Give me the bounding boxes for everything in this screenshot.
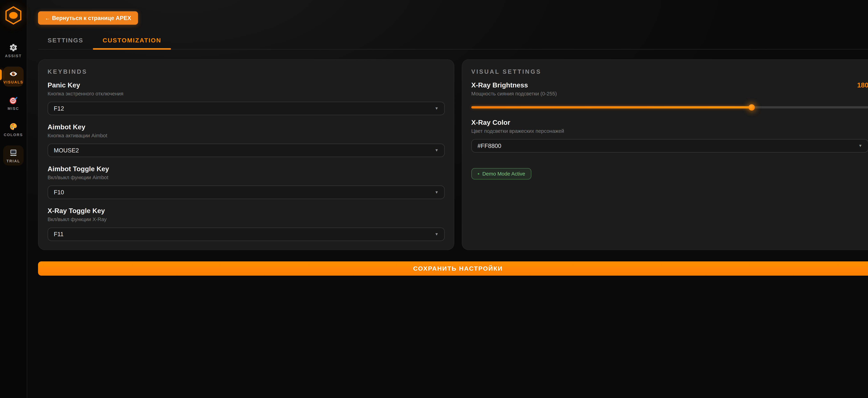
panic-key-field: Panic Key Кнопка экстренного отключения … xyxy=(48,81,445,115)
sidebar-item-label: VISUALS xyxy=(3,80,23,84)
sidebar: ASSIST VISUALS xyxy=(0,0,27,398)
demo-mode-badge-label: Demo Mode Active xyxy=(483,171,525,177)
field-label: X-Ray Color xyxy=(471,119,868,126)
hexagon-logo xyxy=(4,6,22,25)
field-label: X-Ray Toggle Key xyxy=(48,207,445,215)
eye-icon xyxy=(9,69,18,78)
tab-customization[interactable]: CUSTOMIZATION xyxy=(93,33,171,49)
active-nav-indicator xyxy=(0,69,2,80)
field-label: Aimbot Toggle Key xyxy=(48,165,445,173)
field-description: Цвет подсветки вражеских персонажей xyxy=(471,128,868,134)
palette-icon xyxy=(9,122,18,131)
sidebar-item-label: COLORS xyxy=(4,133,23,137)
visual-settings-panel-title: VISUAL SETTINGS xyxy=(471,68,868,75)
select-value: #FF8800 xyxy=(477,143,501,149)
field-description: Вкл/выкл функции X-Ray xyxy=(48,217,445,222)
aimbot-toggle-key-field: Aimbot Toggle Key Вкл/выкл функции Aimbo… xyxy=(48,165,445,199)
visual-settings-panel: VISUAL SETTINGS X-Ray Brightness 180 Мощ… xyxy=(462,59,868,250)
brightness-slider-fill xyxy=(471,106,752,109)
select-value: F10 xyxy=(54,189,64,196)
field-description: Кнопка экстренного отключения xyxy=(48,91,445,96)
chevron-down-icon: ▼ xyxy=(435,232,439,236)
chevron-down-icon: ▼ xyxy=(858,143,862,148)
sidebar-item-label: TRIAL xyxy=(6,159,20,163)
aimbot-key-select[interactable]: MOUSE2 ▼ xyxy=(48,144,445,157)
sidebar-item-visuals[interactable]: VISUALS xyxy=(3,66,24,87)
gear-icon xyxy=(9,43,18,52)
app-window: ASSIST VISUALS xyxy=(0,0,868,398)
select-value: MOUSE2 xyxy=(54,147,79,154)
sidebar-nav: ASSIST VISUALS xyxy=(0,40,27,166)
demo-mode-badge: ● Demo Mode Active xyxy=(471,168,531,179)
field-label: X-Ray Brightness xyxy=(471,81,528,89)
keybinds-panel: KEYBINDS Panic Key Кнопка экстренного от… xyxy=(38,59,454,250)
field-label: Panic Key xyxy=(48,81,445,89)
panic-key-select[interactable]: F12 ▼ xyxy=(48,102,445,115)
chevron-down-icon: ▼ xyxy=(435,148,439,152)
sidebar-item-misc[interactable]: MISC xyxy=(3,93,24,113)
target-icon xyxy=(9,96,18,105)
tab-bar: SETTINGS CUSTOMIZATION xyxy=(38,33,868,50)
chevron-down-icon: ▼ xyxy=(435,106,439,111)
brightness-slider[interactable] xyxy=(471,104,868,111)
xray-toggle-key-select[interactable]: F11 ▼ xyxy=(48,228,445,241)
sidebar-item-colors[interactable]: COLORS xyxy=(3,119,24,139)
brightness-slider-thumb[interactable] xyxy=(749,104,755,111)
laptop-icon xyxy=(9,148,18,157)
aimbot-key-field: Aimbot Key Кнопка активации Aimbot MOUSE… xyxy=(48,123,445,157)
brightness-value: 180 xyxy=(857,81,868,89)
field-label: Aimbot Key xyxy=(48,123,445,131)
xray-brightness-field: X-Ray Brightness 180 Мощность сияния под… xyxy=(471,81,868,111)
save-settings-button[interactable]: СОХРАНИТЬ НАСТРОЙКИ xyxy=(38,261,868,276)
tab-settings[interactable]: SETTINGS xyxy=(38,33,93,49)
sidebar-item-trial[interactable]: TRIAL xyxy=(3,145,24,166)
chevron-down-icon: ▼ xyxy=(435,190,439,195)
select-value: F12 xyxy=(54,105,64,112)
green-dot-icon: ● xyxy=(477,172,479,175)
sidebar-item-label: ASSIST xyxy=(5,54,22,58)
field-description: Вкл/выкл функции Aimbot xyxy=(48,174,445,180)
sidebar-item-label: MISC xyxy=(8,107,19,111)
xray-color-select[interactable]: #FF8800 ▼ xyxy=(471,139,868,152)
back-to-apex-button[interactable]: ← Вернуться к странице APEX xyxy=(38,11,138,25)
field-description: Кнопка активации Aimbot xyxy=(48,133,445,139)
xray-color-field: X-Ray Color Цвет подсветки вражеских пер… xyxy=(471,119,868,153)
field-description: Мощность сияния подсветки (0-255) xyxy=(471,91,868,96)
xray-toggle-key-field: X-Ray Toggle Key Вкл/выкл функции X-Ray … xyxy=(48,207,445,241)
main-content: ← Вернуться к странице APEX SETTINGS CUS… xyxy=(27,0,868,398)
aimbot-toggle-key-select[interactable]: F10 ▼ xyxy=(48,186,445,199)
panels-row: KEYBINDS Panic Key Кнопка экстренного от… xyxy=(38,59,868,250)
keybinds-panel-title: KEYBINDS xyxy=(48,68,445,75)
sidebar-item-assist[interactable]: ASSIST xyxy=(3,40,24,60)
select-value: F11 xyxy=(54,231,64,237)
